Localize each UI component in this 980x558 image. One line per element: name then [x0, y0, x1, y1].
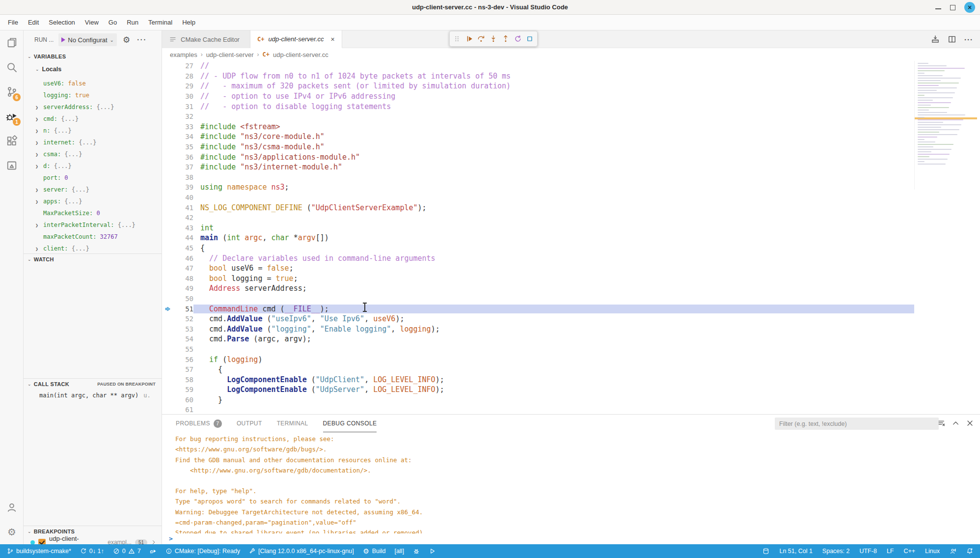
chevron-right-icon[interactable]: ❯ [35, 105, 43, 110]
code-line[interactable]: 58 LogComponentEnable ("UdpClient", LOG_… [162, 374, 980, 385]
line-number[interactable]: 49 [174, 284, 193, 292]
line-number[interactable]: 32 [174, 112, 193, 120]
chevron-right-icon[interactable] [151, 539, 157, 544]
status-linux[interactable]: Linux [925, 548, 940, 555]
code-line[interactable]: 35#include "ns3/csma-module.h" [162, 142, 980, 152]
menu-view[interactable]: View [80, 17, 104, 28]
line-number[interactable]: 59 [174, 386, 193, 393]
code-line[interactable]: 32 [162, 112, 980, 122]
line-number[interactable]: 47 [174, 264, 193, 272]
line-number[interactable]: 50 [174, 295, 193, 303]
chevron-right-icon[interactable]: ❯ [35, 140, 43, 145]
menu-terminal[interactable]: Terminal [143, 17, 177, 28]
activity-extensions[interactable] [0, 129, 24, 153]
variable-row[interactable]: ❯client: {...} [24, 243, 162, 254]
line-number[interactable]: 36 [174, 153, 193, 161]
close-icon[interactable]: × [964, 2, 975, 13]
gear-icon[interactable]: ⚙ [123, 36, 130, 44]
code-line[interactable]: 36#include "ns3/applications-module.h" [162, 152, 980, 162]
tray-download-icon[interactable] [931, 35, 940, 44]
code-line[interactable]: 44main (int argc, char *argv[]) [162, 233, 980, 243]
menu-help[interactable]: Help [177, 17, 200, 28]
line-number[interactable]: 31 [174, 103, 193, 111]
panel-tab-debug-console[interactable]: DEBUG CONSOLE [323, 415, 377, 432]
line-number[interactable]: 39 [174, 183, 193, 191]
code-line[interactable]: 57 { [162, 364, 980, 375]
line-number[interactable]: 53 [174, 325, 193, 333]
variable-row[interactable]: port: 0 [24, 172, 162, 184]
code-line[interactable]: 52 cmd.AddValue ("useIpv6", "Use Ipv6", … [162, 314, 980, 324]
line-number[interactable]: 56 [174, 356, 193, 363]
chevron-right-icon[interactable]: ❯ [35, 199, 43, 204]
code-line[interactable]: 43int [162, 223, 980, 233]
chevron-right-icon[interactable]: ❯ [35, 164, 43, 169]
line-number[interactable]: 35 [174, 143, 193, 151]
panel-tab-problems[interactable]: PROBLEMS7 [176, 415, 222, 432]
code-line[interactable]: 51 CommandLine cmd (__FILE__); [162, 304, 980, 314]
line-number[interactable]: 51 [174, 305, 193, 313]
breadcrumb-item[interactable]: udp-client-server [206, 51, 254, 58]
tab-cmake-cache-editor[interactable]: CMake Cache Editor [162, 30, 250, 48]
activity-run-and-debug[interactable]: 1 [0, 104, 24, 129]
line-number[interactable]: 52 [174, 315, 193, 323]
activity-cmake[interactable] [0, 153, 24, 178]
status-c[interactable]: C++ [903, 548, 915, 555]
chevron-right-icon[interactable]: ❯ [35, 116, 43, 122]
code-line[interactable]: 31// - option to disable logging stateme… [162, 101, 980, 112]
maximize-icon[interactable] [950, 5, 955, 10]
menu-file[interactable]: File [3, 17, 23, 28]
status-utf-8[interactable]: UTF-8 [859, 548, 876, 555]
code-line[interactable]: 29// - maximum of 320 packets sent (or l… [162, 81, 980, 91]
debug-console-prompt[interactable]: > [169, 535, 173, 542]
code-line[interactable]: 56 if (logging) [162, 354, 980, 364]
variable-row[interactable]: ❯server: {...} [24, 184, 162, 195]
variable-row[interactable]: ❯csma: {...} [24, 148, 162, 160]
code-line[interactable]: 33#include <fstream> [162, 122, 980, 132]
code-line[interactable]: 61 [162, 405, 980, 414]
status-cmake-debug-ready[interactable]: CMake: [Debug]: Ready [165, 548, 240, 555]
code-line[interactable]: 60 } [162, 395, 980, 405]
line-number[interactable]: 45 [174, 244, 193, 252]
chevron-right-icon[interactable]: ❯ [35, 128, 43, 134]
variable-row[interactable]: ❯apps: {...} [24, 195, 162, 207]
breadcrumb-item[interactable]: examples [170, 51, 197, 58]
code-line[interactable]: 59 LogComponentEnable ("UdpServer", LOG_… [162, 385, 980, 395]
activity-source-control[interactable]: 6 [0, 80, 24, 104]
status-build[interactable]: ⚙Build [363, 548, 386, 555]
breadcrumb-item[interactable]: udp-client-server.cc [273, 51, 328, 58]
call-stack-section-header[interactable]: ⌄ CALL STACK PAUSED ON BREAKPOINT [24, 378, 162, 389]
breakpoint-checkbox[interactable] [38, 539, 46, 545]
tab-udp-client-server-cc[interactable]: C+udp-client-server.cc× [250, 30, 342, 48]
variable-row[interactable]: ❯cmd: {...} [24, 113, 162, 125]
code-line[interactable]: 37#include "ns3/internet-module.h" [162, 162, 980, 172]
line-number[interactable]: 46 [174, 254, 193, 262]
status-0-1[interactable]: 0↓ 1↑ [80, 548, 104, 555]
status-lf[interactable]: LF [887, 548, 894, 555]
status-clang-12-0-0-x86-64-pc-linux-gnu[interactable]: [Clang 12.0.0 x86_64-pc-linux-gnu] [249, 548, 354, 555]
menu-edit[interactable]: Edit [23, 17, 44, 28]
variable-row[interactable]: ❯serverAddress: {...} [24, 101, 162, 113]
activity-settings[interactable]: ⚙ [0, 520, 24, 544]
code-line[interactable]: 40 [162, 193, 980, 203]
minimize-icon[interactable] [935, 8, 941, 9]
line-number[interactable]: 55 [174, 345, 193, 353]
chevron-right-icon[interactable]: ❯ [35, 223, 43, 228]
menu-go[interactable]: Go [104, 17, 122, 28]
line-number[interactable]: 44 [174, 234, 193, 242]
code-line[interactable]: 34#include "ns3/core-module.h" [162, 132, 980, 142]
debug-console-filter-input[interactable] [775, 418, 939, 430]
status-debug-alt[interactable] [150, 548, 157, 555]
menu-run[interactable]: Run [122, 17, 143, 28]
chevron-right-icon[interactable]: ❯ [35, 187, 43, 193]
code-line[interactable]: 27// [162, 61, 980, 71]
start-debug-icon[interactable] [61, 37, 65, 42]
watch-section-header[interactable]: ⌄ WATCH [24, 253, 162, 264]
status-spaces-2[interactable]: Spaces: 2 [822, 548, 850, 555]
code-editor[interactable]: 27//28// - UDP flow from n0 to n1 of 102… [162, 61, 980, 414]
status-feedback[interactable] [950, 548, 956, 555]
activity-search[interactable] [0, 55, 24, 80]
code-line[interactable]: 53 cmd.AddValue ("logging", "Enable logg… [162, 324, 980, 334]
step-into-icon[interactable] [490, 34, 497, 44]
line-number[interactable]: 60 [174, 396, 193, 404]
close-icon[interactable]: × [330, 35, 334, 43]
